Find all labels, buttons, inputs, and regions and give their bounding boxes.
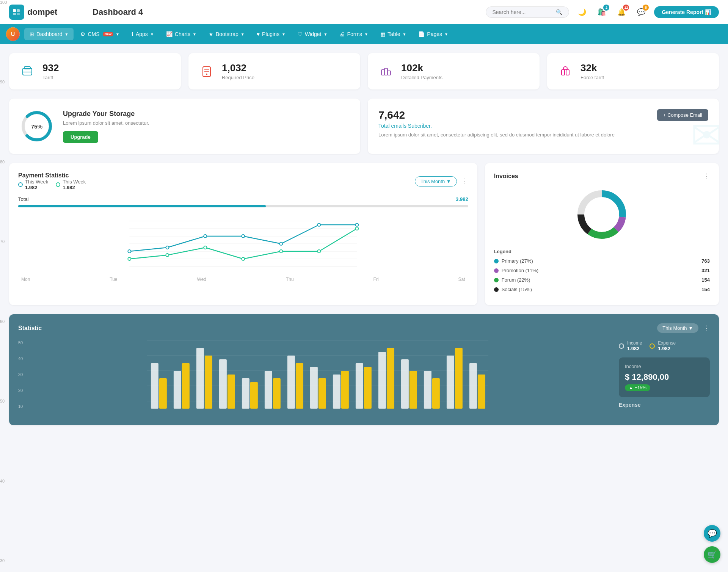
payment-legend: This Week 1.982 This Week 1.982 xyxy=(18,179,86,190)
nav-bootstrap-arrow: ▼ xyxy=(241,32,245,36)
svg-rect-53 xyxy=(182,363,190,409)
sidebar-item-widget[interactable]: ♡ Widget ▼ xyxy=(292,28,333,40)
search-area[interactable]: 🔍 xyxy=(486,6,569,18)
svg-rect-77 xyxy=(455,348,463,409)
forum-color xyxy=(494,278,499,282)
svg-rect-67 xyxy=(341,371,349,409)
legend-item-week2: This Week 1.982 xyxy=(56,179,86,190)
force-tariff-value: 32k xyxy=(581,62,604,74)
sidebar-item-dashboard[interactable]: ⊞ Dashboard ▼ xyxy=(24,28,74,40)
nav-widget-label: Widget xyxy=(305,31,322,37)
chat-message-icon[interactable]: 💬 5 xyxy=(634,5,648,19)
cms-new-badge: New xyxy=(103,32,114,36)
storage-card: 75% Upgrade Your Storage Lorem ipsum dol… xyxy=(9,99,360,154)
sidebar-item-table[interactable]: ▦ Table ▼ xyxy=(375,28,411,40)
bell-badge: 12 xyxy=(623,5,629,11)
statistic-title: Statistic xyxy=(18,325,42,332)
svg-rect-76 xyxy=(447,356,454,409)
detailed-payments-value: 102k xyxy=(401,62,442,74)
svg-rect-59 xyxy=(250,382,258,409)
search-icon: 🔍 xyxy=(556,9,562,15)
page-title: Dashboard 4 xyxy=(77,7,486,17)
svg-rect-65 xyxy=(318,378,326,409)
payment-header: Payment Statistic This Week 1.982 xyxy=(18,172,468,190)
payment-menu-dots[interactable]: ⋮ xyxy=(461,177,468,185)
sidebar-item-plugins[interactable]: ♥ Plugins ▼ xyxy=(251,28,291,40)
svg-point-35 xyxy=(204,246,207,249)
invoices-menu-dots[interactable]: ⋮ xyxy=(703,172,710,180)
force-tariff-label: Force tariff xyxy=(581,75,604,80)
svg-point-28 xyxy=(204,235,207,238)
invoices-legend-list: Primary (27%) 763 Promotion (11%) 321 Fo… xyxy=(494,258,710,292)
legend-forum: Forum (22%) 154 xyxy=(494,277,710,283)
statistic-card: Statistic This Month ▼ ⋮ 50 40 30 20 10 xyxy=(9,314,719,425)
svg-rect-0 xyxy=(13,9,16,12)
nav-plugins-label: Plugins xyxy=(262,31,279,37)
search-input[interactable] xyxy=(492,9,553,15)
chart-x-labels: Mon Tue Wed Thu Fri Sat xyxy=(18,277,468,282)
statistic-menu-dots[interactable]: ⋮ xyxy=(703,324,710,332)
sidebar-item-apps[interactable]: ℹ Apps ▼ xyxy=(126,28,159,40)
svg-rect-57 xyxy=(228,375,235,409)
nav-bar: U ⊞ Dashboard ▼ ⚙ CMS New ▼ ℹ Apps ▼ 📈 C… xyxy=(0,24,728,44)
socials-value: 154 xyxy=(701,287,710,292)
promotion-color xyxy=(494,268,499,273)
nav-dashboard-label: Dashboard xyxy=(36,31,63,37)
stat-cards-row: 932 Tariff 1,032 Required Price xyxy=(9,53,719,89)
nav-forms-label: Forms xyxy=(347,31,362,37)
svg-rect-79 xyxy=(478,375,485,409)
detailed-payments-card: 102k Detalled Payments xyxy=(368,53,540,89)
svg-rect-61 xyxy=(273,378,281,409)
logo-area: dompet xyxy=(9,5,77,20)
dark-mode-toggle[interactable]: 🌙 xyxy=(575,5,589,19)
svg-point-27 xyxy=(166,246,169,249)
sidebar-item-forms[interactable]: 🖨 Forms ▼ xyxy=(334,28,373,40)
detailed-payments-label: Detalled Payments xyxy=(401,75,442,80)
main-content: 932 Tariff 1,032 Required Price xyxy=(0,44,728,434)
tariff-value: 932 xyxy=(42,62,59,74)
income-panel: Income $ 12,890,00 ▲ +15% xyxy=(619,357,710,397)
sidebar-item-charts[interactable]: 📈 Charts ▼ xyxy=(161,28,202,40)
bar-chart-with-labels: 50 40 30 20 10 xyxy=(18,340,610,416)
legend-item-week1: This Week 1.982 xyxy=(18,179,48,190)
nav-plugins-arrow: ▼ xyxy=(282,32,286,36)
svg-rect-14 xyxy=(562,70,565,75)
notification-icon[interactable]: 🔔 12 xyxy=(615,5,628,19)
generate-report-button[interactable]: Generate Report 📊 xyxy=(654,6,719,18)
storage-percent: 75% xyxy=(31,123,42,130)
shopping-icon[interactable]: 🛍️ 2 xyxy=(595,5,609,19)
dashboard-icon: ⊞ xyxy=(30,31,34,37)
invoices-legend-label: Legend xyxy=(494,249,710,254)
legend-week1-value: 1.982 xyxy=(25,185,48,190)
nav-pages-label: Pages xyxy=(427,31,442,37)
statistic-header: Statistic This Month ▼ ⋮ xyxy=(18,323,710,333)
income-panel-label: Income xyxy=(625,364,704,369)
sidebar-item-pages[interactable]: 📄 Pages ▼ xyxy=(413,28,453,40)
tariff-label: Tariff xyxy=(42,75,59,80)
storage-description: Lorem ipsum dolor sit amet, onsectetur. xyxy=(63,120,149,126)
pages-icon: 📄 xyxy=(418,31,425,37)
svg-point-36 xyxy=(242,257,245,260)
legend-socials: Socials (15%) 154 xyxy=(494,287,710,292)
total-label: Total xyxy=(18,196,28,202)
bootstrap-icon: ★ xyxy=(209,31,213,37)
invoices-title: Invoices xyxy=(494,173,518,180)
svg-point-34 xyxy=(166,254,169,257)
sidebar-item-cms[interactable]: ⚙ CMS New ▼ xyxy=(75,28,125,40)
statistic-month-filter-button[interactable]: This Month ▼ xyxy=(657,323,698,333)
legend-week1-label: This Week xyxy=(25,179,48,185)
svg-rect-68 xyxy=(356,363,363,409)
this-month-filter-button[interactable]: This Month ▼ xyxy=(415,176,457,186)
plugins-icon: ♥ xyxy=(257,31,260,37)
socials-label: Socials (15%) xyxy=(502,287,702,292)
upgrade-button[interactable]: Upgrade xyxy=(63,131,98,143)
forum-value: 154 xyxy=(701,277,710,283)
invoices-header: Invoices ⋮ xyxy=(494,172,710,180)
invoices-donut-container xyxy=(494,188,710,241)
header: dompet Dashboard 4 🔍 🌙 🛍️ 2 🔔 12 💬 5 Gen… xyxy=(0,0,728,24)
sidebar-item-bootstrap[interactable]: ★ Bootstrap ▼ xyxy=(203,28,250,40)
legend-week2-value: 1.982 xyxy=(63,185,86,190)
email-bg-icon: ✉ xyxy=(691,113,719,154)
svg-rect-51 xyxy=(159,378,167,409)
required-price-icon xyxy=(198,62,216,80)
